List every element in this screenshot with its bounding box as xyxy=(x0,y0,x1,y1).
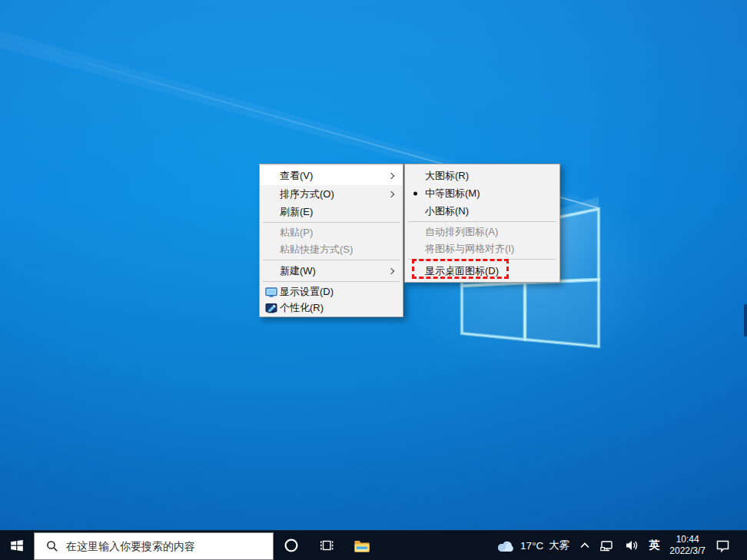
menu-item-new[interactable]: 新建(W) xyxy=(260,262,403,280)
ime-language-indicator[interactable]: 英 xyxy=(649,538,659,552)
action-center-button[interactable] xyxy=(715,539,730,552)
menu-item-label: 中等图标(M) xyxy=(425,187,480,200)
submenu-item-small-icons[interactable]: 小图标(N) xyxy=(405,202,559,220)
network-icon xyxy=(600,539,615,552)
menu-item-view[interactable]: 查看(V) xyxy=(260,166,403,185)
network-tray-button[interactable] xyxy=(600,539,615,552)
menu-item-label: 排序方式(O) xyxy=(280,187,334,201)
start-button[interactable] xyxy=(0,531,34,560)
chevron-up-icon xyxy=(579,541,590,550)
menu-item-label: 新建(W) xyxy=(280,264,316,278)
menu-item-label: 将图标与网格对齐(I) xyxy=(425,242,514,256)
view-submenu: 大图标(R) 中等图标(M) 小图标(N) 自动排列图标(A) 将图标与网格对齐… xyxy=(404,164,560,283)
weather-cloud-icon xyxy=(496,539,515,552)
file-explorer-button[interactable] xyxy=(344,531,380,560)
right-edge-mark xyxy=(744,304,747,336)
temperature-label: 17°C xyxy=(520,540,543,552)
menu-item-label: 个性化(R) xyxy=(280,301,324,315)
speaker-icon xyxy=(625,539,639,552)
system-tray: 17°C 大雾 xyxy=(496,531,747,560)
taskbar: 17°C 大雾 xyxy=(0,530,747,560)
ime-label: 英 xyxy=(649,538,659,552)
taskview-button[interactable] xyxy=(309,531,344,560)
menu-item-sort-by[interactable]: 排序方式(O) xyxy=(260,185,403,203)
search-icon xyxy=(46,540,58,552)
clock-time: 10:44 xyxy=(676,534,699,545)
menu-item-label: 自动排列图标(A) xyxy=(425,225,498,239)
menu-item-label: 大图标(R) xyxy=(425,169,469,183)
submenu-item-medium-icons[interactable]: 中等图标(M) xyxy=(405,184,559,202)
taskview-icon xyxy=(319,538,334,553)
cortana-button[interactable] xyxy=(274,531,309,560)
volume-tray-button[interactable] xyxy=(625,539,639,552)
menu-item-label: 显示设置(D) xyxy=(280,285,334,299)
submenu-arrow-icon xyxy=(388,191,394,197)
show-hidden-icons-button[interactable] xyxy=(579,541,590,550)
menu-item-paste-shortcut: 粘贴快捷方式(S) xyxy=(260,241,403,258)
selected-bullet-icon xyxy=(413,191,417,195)
menu-item-label: 查看(V) xyxy=(280,169,313,183)
menu-item-label: 小图标(N) xyxy=(425,204,469,218)
menu-item-label: 显示桌面图标(D) xyxy=(425,264,499,278)
submenu-item-auto-arrange: 自动排列图标(A) xyxy=(405,224,559,240)
notification-icon xyxy=(715,539,730,552)
weather-widget[interactable]: 17°C 大雾 xyxy=(496,538,569,552)
menu-item-refresh[interactable]: 刷新(E) xyxy=(260,203,403,220)
desktop-context-menu: 查看(V) 排序方式(O) 刷新(E) 粘贴(P) 粘贴快捷方式(S) 新建(W… xyxy=(259,164,403,317)
search-input[interactable] xyxy=(66,540,243,552)
submenu-item-large-icons[interactable]: 大图标(R) xyxy=(405,167,559,184)
menu-item-personalize[interactable]: 个性化(R) xyxy=(260,300,403,316)
taskbar-clock[interactable]: 10:44 2022/3/7 xyxy=(669,534,706,557)
clock-date: 2022/3/7 xyxy=(669,545,706,557)
menu-item-paste: 粘贴(P) xyxy=(260,224,403,241)
menu-item-label: 刷新(E) xyxy=(280,205,313,219)
submenu-item-align-to-grid: 将图标与网格对齐(I) xyxy=(405,240,559,257)
submenu-arrow-icon xyxy=(388,172,394,178)
cortana-icon xyxy=(284,538,299,553)
menu-item-label: 粘贴(P) xyxy=(280,226,313,240)
start-icon xyxy=(10,538,24,552)
display-settings-icon xyxy=(265,286,277,298)
file-explorer-icon xyxy=(354,538,370,553)
submenu-arrow-icon xyxy=(388,267,394,273)
submenu-item-show-desktop-icons[interactable]: 显示桌面图标(D) xyxy=(405,261,559,280)
personalization-icon xyxy=(265,302,277,314)
screen: 查看(V) 排序方式(O) 刷新(E) 粘贴(P) 粘贴快捷方式(S) 新建(W… xyxy=(0,0,747,560)
weather-condition-label: 大雾 xyxy=(549,538,569,552)
menu-item-display-settings[interactable]: 显示设置(D) xyxy=(260,283,403,300)
taskbar-search-box[interactable] xyxy=(34,532,274,560)
menu-item-label: 粘贴快捷方式(S) xyxy=(280,243,353,257)
